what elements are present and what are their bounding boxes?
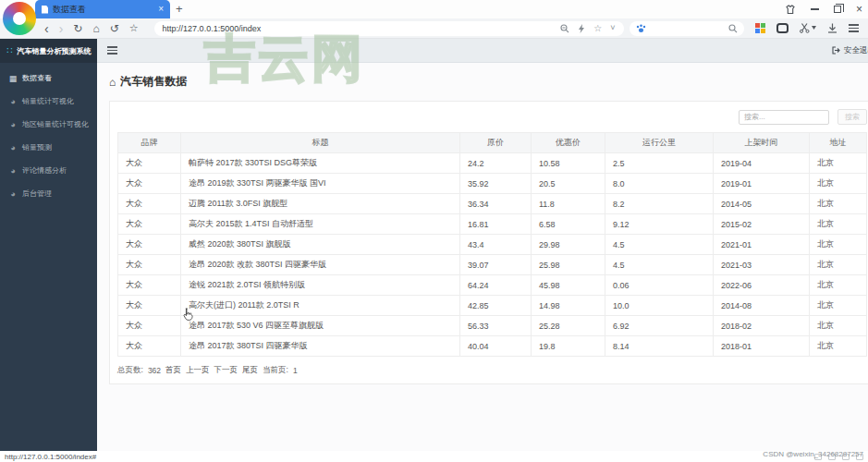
table-cell: 2021-03 <box>714 255 810 275</box>
table-cell: 29.98 <box>532 235 605 255</box>
status-bar: http://127.0.0.1:5000/index# CSDN @weixi… <box>0 451 868 462</box>
sidebar-item[interactable]: ◕地区销量统计可视化 <box>0 113 97 136</box>
back-icon[interactable]: ‹ <box>44 22 49 35</box>
sidebar-toggle-icon[interactable] <box>107 44 117 56</box>
table-cell: 11.8 <box>532 194 605 214</box>
menu-icon[interactable] <box>849 22 859 34</box>
current-page-label: 当前页: <box>263 365 288 376</box>
scissors-icon[interactable] <box>800 23 816 33</box>
tab-title: 数据查看 <box>53 4 153 16</box>
table-cell: 25.28 <box>532 316 605 336</box>
table-cell: 45.98 <box>532 275 605 296</box>
pagination-link[interactable]: 首页 <box>165 365 181 376</box>
browser-toolbar: ‹ › ↻ ⌂ ↺ ☆ http://127.0.0.1:5000/index … <box>0 18 868 39</box>
table-cell: 4.5 <box>605 235 714 255</box>
table-cell: 20.5 <box>532 174 605 194</box>
sidebar-item[interactable]: ◕评论情感分析 <box>0 159 97 182</box>
table-cell: 6.58 <box>532 214 605 235</box>
close-icon[interactable]: × <box>856 4 862 15</box>
sidebar-item-label: 地区销量统计可视化 <box>22 119 89 129</box>
logout-button[interactable]: 安全退出 <box>832 45 868 56</box>
skin-icon[interactable] <box>785 5 796 15</box>
table-cell: 大众 <box>118 194 181 214</box>
table-row: 大众迈腾 2011款 3.0FSI 旗舰型36.3411.88.22014-05… <box>118 194 867 214</box>
apps-grid-icon[interactable] <box>755 23 765 33</box>
table-cell: 2018-01 <box>714 336 810 357</box>
table-cell: 大众 <box>118 336 181 357</box>
undo-icon[interactable]: ↺ <box>110 23 119 34</box>
table-cell: 高尔夫 2015款 1.4TSI 自动舒适型 <box>181 214 460 235</box>
table-row: 大众途昂 2017款 380TSI 四驱豪华版40.0419.88.142018… <box>118 336 867 357</box>
sidebar-menu: ▦数据查看◕销量统计可视化◕地区销量统计可视化◕销量预测◕评论情感分析◕后台管理 <box>0 67 97 205</box>
page-favicon-icon <box>42 6 48 14</box>
table-cell: 迈腾 2011款 3.0FSI 旗舰型 <box>181 194 460 214</box>
tab-close-icon[interactable]: × <box>158 5 164 14</box>
table-cell: 大众 <box>118 255 181 275</box>
restore-icon[interactable] <box>834 6 841 13</box>
table-cell: 14.98 <box>532 296 605 316</box>
table-cell: 途锐 2021款 2.0TSI 领航特别版 <box>181 275 460 296</box>
table-cell: 大众 <box>118 235 181 255</box>
search-button[interactable]: 搜索 <box>837 109 867 125</box>
table-cell: 北京 <box>810 153 867 174</box>
table-cell: 大众 <box>118 316 181 336</box>
table-cell: 64.24 <box>460 275 532 296</box>
app-title: 汽车销量分析预测系统 <box>17 46 91 56</box>
sidebar: ∷ 汽车销量分析预测系统 ▦数据查看◕销量统计可视化◕地区销量统计可视化◕销量预… <box>0 39 97 451</box>
table-cell: 威然 2020款 380TSI 旗舰版 <box>181 235 460 255</box>
table-cell: 2022-06 <box>714 275 810 296</box>
table-row: 大众威然 2020款 380TSI 旗舰版43.429.984.52021-01… <box>118 235 867 255</box>
table-cell: 北京 <box>810 255 867 275</box>
url-text: http://127.0.0.1:5000/index <box>163 24 262 33</box>
table-cell: 40.04 <box>460 336 532 357</box>
table-cell: 帕萨特 2017款 330TSI DSG尊荣版 <box>181 153 460 174</box>
browser-search-bar[interactable] <box>630 21 744 36</box>
favorite-star-icon[interactable]: ☆ <box>593 24 602 33</box>
table-cell: 2019-01 <box>714 174 810 194</box>
screenshot-frame-icon[interactable] <box>776 23 789 33</box>
search-row: 搜索 <box>117 109 867 125</box>
chevron-down-icon[interactable]: ˅ <box>610 24 615 32</box>
new-tab-button[interactable]: + <box>176 2 183 16</box>
pie-chart-icon: ◕ <box>8 166 18 176</box>
table-cell: 北京 <box>810 336 867 357</box>
zoom-icon[interactable] <box>560 24 569 33</box>
table-cell: 北京 <box>810 214 867 235</box>
table-header-cell: 标题 <box>181 133 460 153</box>
refresh-icon[interactable]: ↻ <box>73 23 82 34</box>
table-cell: 19.8 <box>532 336 605 357</box>
csdn-watermark: CSDN @weixin_34268287257 <box>763 450 863 458</box>
paw-icon <box>636 24 646 33</box>
flash-icon[interactable] <box>578 24 585 33</box>
bookmark-star-icon[interactable]: ☆ <box>129 23 139 33</box>
forward-icon[interactable]: › <box>59 22 64 35</box>
search-icon[interactable] <box>728 24 738 33</box>
table-row: 大众高尔夫(进口) 2011款 2.0TSI R42.8514.9810.020… <box>118 296 867 316</box>
pie-chart-icon: ◕ <box>8 97 18 106</box>
pagination-link[interactable]: 尾页 <box>242 365 258 376</box>
data-card: 搜索 品牌标题原价优惠价运行公里上架时间地址 大众帕萨特 2017款 330TS… <box>109 101 868 384</box>
sidebar-item[interactable]: ◕后台管理 <box>0 182 97 205</box>
sidebar-item-label: 后台管理 <box>22 188 52 199</box>
table-cell: 2018-02 <box>714 316 810 336</box>
table-row: 大众帕萨特 2017款 330TSI DSG尊荣版24.210.582.5201… <box>118 153 867 174</box>
sidebar-item[interactable]: ▦数据查看 <box>0 67 97 90</box>
table-row: 大众途昂 2020款 改款 380TSI 四驱豪华版39.0725.984.52… <box>118 255 867 275</box>
table-cell: 56.33 <box>460 316 532 336</box>
url-bar[interactable]: http://127.0.0.1:5000/index ☆ ˅ <box>154 21 624 36</box>
search-input[interactable] <box>739 110 829 125</box>
table-cell: 北京 <box>810 316 867 336</box>
home-icon[interactable]: ⌂ <box>92 23 99 34</box>
pagination-link[interactable]: 上一页 <box>186 365 210 376</box>
pagination-link[interactable]: 下一页 <box>214 365 238 376</box>
table-cell: 北京 <box>810 174 867 194</box>
download-icon[interactable] <box>827 23 837 33</box>
caret-down-icon <box>812 26 816 30</box>
table-cell: 16.81 <box>460 214 532 235</box>
sidebar-item[interactable]: ◕销量预测 <box>0 136 97 159</box>
table-cell: 8.14 <box>605 336 714 357</box>
tab-data-view[interactable]: 数据查看 × <box>35 0 170 18</box>
sidebar-item[interactable]: ◕销量统计可视化 <box>0 90 97 113</box>
current-page-value: 1 <box>293 366 298 375</box>
minimize-icon[interactable] <box>811 8 819 10</box>
